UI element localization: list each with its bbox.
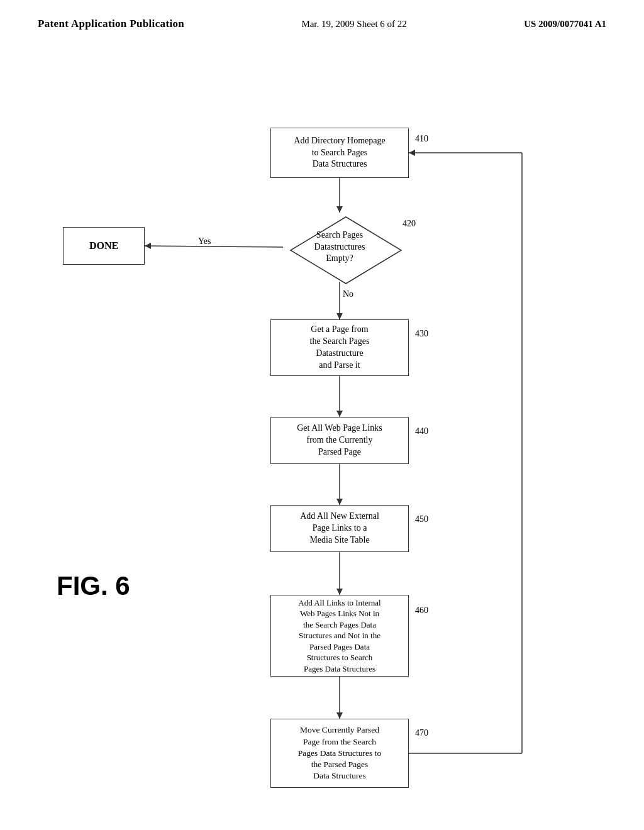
box-410: Add Directory Homepageto Search PagesDat…	[270, 128, 409, 178]
box-430: Get a Page fromthe Search PagesDatastruc…	[270, 319, 409, 376]
svg-line-16	[145, 246, 283, 247]
fig-label: FIG. 6	[57, 571, 130, 601]
svg-marker-17	[145, 243, 151, 249]
label-440: 440	[415, 426, 428, 436]
box-470: Move Currently ParsedPage from the Searc…	[270, 719, 409, 788]
label-460: 460	[415, 606, 428, 616]
svg-marker-3	[336, 313, 343, 319]
no-label: No	[343, 289, 353, 299]
label-470: 470	[415, 728, 428, 738]
label-410: 410	[415, 134, 428, 144]
yes-label: Yes	[198, 236, 211, 246]
svg-marker-11	[336, 712, 343, 719]
box-440: Get All Web Page Linksfrom the Currently…	[270, 417, 409, 464]
box-450: Add All New ExternalPage Links to aMedia…	[270, 505, 409, 552]
box-460: Add All Links to InternalWeb Pages Links…	[270, 595, 409, 677]
label-430: 430	[415, 329, 428, 339]
svg-marker-9	[336, 589, 343, 595]
svg-marker-15	[409, 150, 415, 156]
svg-marker-7	[336, 499, 343, 505]
diamond-420: Search PagesDatastructuresEmpty?	[283, 213, 396, 282]
publication-date-sheet: Mar. 19, 2009 Sheet 6 of 22	[301, 19, 406, 30]
publication-number: US 2009/0077041 A1	[524, 19, 606, 30]
label-420: 420	[402, 219, 416, 229]
svg-marker-5	[336, 411, 343, 417]
done-box: DONE	[63, 227, 145, 265]
publication-title: Patent Application Publication	[38, 18, 184, 30]
label-450: 450	[415, 514, 428, 524]
diamond-420-text: Search PagesDatastructuresEmpty?	[302, 230, 378, 265]
page-header: Patent Application Publication Mar. 19, …	[0, 0, 644, 36]
svg-marker-1	[336, 206, 343, 213]
diagram-area: Add Directory Homepageto Search PagesDat…	[0, 36, 644, 810]
